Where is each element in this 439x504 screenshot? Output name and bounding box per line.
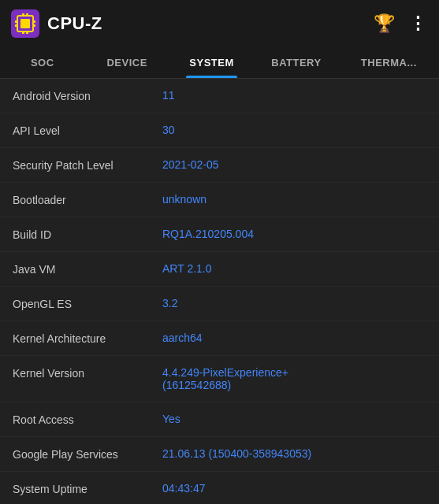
tab-device[interactable]: DEVICE (84, 47, 169, 78)
info-value: 3.2 (162, 297, 426, 309)
info-value: 04:43:47 (162, 482, 426, 495)
header-actions: 🏆 ⋮ (374, 13, 428, 34)
table-row: API Level30 (0, 113, 439, 148)
info-value: 11 (162, 89, 426, 102)
app-header: CPU-Z 🏆 ⋮ (0, 0, 439, 47)
svg-rect-10 (26, 32, 28, 34)
tab-bar: SOC DEVICE SYSTEM BATTERY THERMA... (0, 47, 439, 79)
info-label: OpenGL ES (13, 297, 162, 310)
table-row: Java VMART 2.1.0 (0, 252, 439, 287)
info-value: 30 (162, 124, 426, 136)
info-label: Kernel Architecture (13, 332, 162, 345)
table-row: Kernel Architectureaarch64 (0, 321, 439, 356)
tab-soc[interactable]: SOC (0, 47, 84, 78)
info-value: 21.06.13 (150400-358943053) (162, 447, 426, 460)
svg-rect-2 (20, 19, 30, 28)
info-label: System Uptime (13, 482, 162, 495)
info-label: Android Version (13, 89, 162, 102)
trophy-icon[interactable]: 🏆 (374, 13, 395, 34)
table-row: Google Play Services21.06.13 (150400-358… (0, 437, 439, 472)
table-row: Root AccessYes (0, 402, 439, 437)
info-value: ART 2.1.0 (162, 262, 426, 275)
tab-battery[interactable]: BATTERY (254, 47, 338, 78)
info-value: 4.4.249-PixelExperience+ (1612542688) (162, 366, 426, 391)
svg-rect-3 (15, 20, 17, 23)
info-value: unknown (162, 193, 426, 206)
info-label: Bootloader (13, 193, 162, 206)
more-options-icon[interactable]: ⋮ (409, 13, 428, 34)
info-label: Kernel Version (13, 366, 162, 380)
svg-rect-6 (33, 24, 35, 27)
svg-rect-5 (33, 20, 35, 23)
tab-thermal[interactable]: THERMA... (339, 47, 439, 78)
info-label: Security Patch Level (13, 158, 162, 172)
table-row: Kernel Version4.4.249-PixelExperience+ (… (0, 356, 439, 402)
svg-rect-9 (22, 32, 24, 34)
table-row: Bootloaderunknown (0, 183, 439, 217)
table-row: OpenGL ES3.2 (0, 287, 439, 321)
info-label: Google Play Services (13, 447, 162, 461)
table-row: Build IDRQ1A.210205.004 (0, 217, 439, 252)
info-value: RQ1A.210205.004 (162, 228, 426, 240)
info-label: Build ID (13, 228, 162, 241)
app-title: CPU-Z (47, 13, 102, 34)
table-row: Security Patch Level2021-02-05 (0, 148, 439, 183)
table-row: System Uptime04:43:47 (0, 472, 439, 504)
info-value: Yes (162, 413, 426, 425)
tab-system[interactable]: SYSTEM (169, 47, 254, 78)
system-info-list: Android Version11API Level30Security Pat… (0, 79, 439, 504)
cpu-z-logo-icon (11, 9, 39, 38)
info-value: 2021-02-05 (162, 158, 426, 171)
svg-rect-7 (22, 13, 24, 16)
app-logo: CPU-Z (11, 9, 374, 38)
info-label: API Level (13, 124, 162, 137)
info-label: Java VM (13, 262, 162, 276)
svg-rect-4 (15, 24, 17, 27)
table-row: Android Version11 (0, 79, 439, 113)
info-label: Root Access (13, 413, 162, 426)
info-value: aarch64 (162, 332, 426, 344)
svg-rect-8 (26, 13, 28, 16)
